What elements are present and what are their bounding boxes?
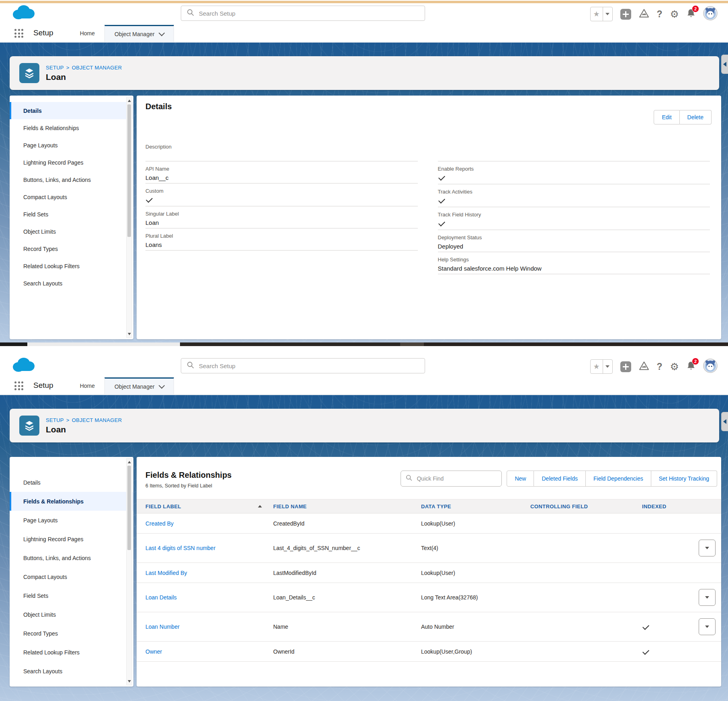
scroll-down-arrow-icon[interactable] (127, 331, 132, 337)
global-search-box (181, 358, 425, 373)
sidebar-item-related-lookup-filters[interactable]: Related Lookup Filters (10, 257, 133, 275)
favorite-star-icon[interactable]: ★ (591, 360, 603, 373)
page-background: SETUP>OBJECT MANAGER Loan Details Fields… (0, 395, 728, 701)
field-link[interactable]: Last Modified By (145, 570, 187, 576)
setup-gear-icon[interactable]: ⚙ (670, 362, 679, 372)
help-icon[interactable]: ? (657, 9, 663, 20)
checkmark-icon (146, 196, 153, 203)
column-data-type[interactable]: DATA TYPE (421, 503, 530, 509)
set-history-tracking-button[interactable]: Set History Tracking (651, 471, 717, 487)
breadcrumb-setup-link[interactable]: SETUP (46, 65, 64, 71)
delete-button[interactable]: Delete (680, 110, 712, 124)
setup-search-input[interactable] (198, 362, 419, 370)
quick-find-box (401, 471, 502, 487)
object-header-card: SETUP>OBJECT MANAGER Loan (10, 56, 719, 90)
setup-gear-icon[interactable]: ⚙ (670, 9, 679, 19)
column-controlling-field[interactable]: CONTROLLING FIELD (530, 503, 642, 509)
sidebar-item-search-layouts[interactable]: Search Layouts (10, 662, 133, 681)
field-empty (438, 143, 710, 161)
sidebar-item-page-layouts[interactable]: Page Layouts (10, 511, 133, 530)
screenshot-fields-relationships: ★ ? ⚙ 2 Setup Home (0, 353, 728, 701)
sidebar-item-search-layouts[interactable]: Search Layouts (10, 275, 133, 292)
global-header: ★ ? ⚙ 2 (0, 3, 728, 25)
sidebar-item-object-limits[interactable]: Object Limits (10, 223, 133, 240)
user-avatar[interactable] (703, 6, 718, 22)
sidebar-item-related-lookup-filters[interactable]: Related Lookup Filters (10, 643, 133, 662)
tab-object-manager[interactable]: Object Manager (104, 377, 174, 394)
caret-down-icon (705, 626, 709, 628)
sidebar-item-lightning-record-pages[interactable]: Lightning Record Pages (10, 154, 133, 171)
column-indexed[interactable]: INDEXED (642, 503, 698, 509)
favorite-star-icon[interactable]: ★ (591, 7, 603, 21)
tab-object-manager[interactable]: Object Manager (104, 25, 174, 42)
caret-down-icon (705, 547, 709, 549)
favorites-dropdown-icon[interactable] (603, 360, 612, 373)
field-link[interactable]: Last 4 digits of SSN number (145, 545, 215, 551)
notifications-bell-icon[interactable]: 2 (687, 8, 695, 20)
setup-search-input[interactable] (198, 10, 419, 17)
breadcrumb-object-manager-link[interactable]: OBJECT MANAGER (72, 65, 122, 71)
guidance-center-icon[interactable] (639, 361, 649, 372)
app-launcher-icon[interactable] (14, 381, 24, 391)
sidebar-item-buttons-links-actions[interactable]: Buttons, Links, and Actions (10, 548, 133, 567)
field-link[interactable]: Loan Details (145, 594, 177, 601)
object-manager-sidebar: Details Fields & Relationships Page Layo… (10, 457, 133, 687)
deleted-fields-button[interactable]: Deleted Fields (534, 471, 586, 487)
scroll-down-arrow-icon[interactable] (127, 678, 132, 685)
sidebar-item-compact-layouts[interactable]: Compact Layouts (10, 188, 133, 206)
checkmark-icon (438, 174, 445, 181)
sidebar-item-details[interactable]: Details (10, 102, 133, 119)
favorites-dropdown-icon[interactable] (603, 7, 612, 21)
user-avatar[interactable] (703, 359, 718, 375)
screenshot-divider (0, 342, 728, 346)
collapse-panel-tab[interactable] (721, 412, 728, 431)
sidebar-item-object-limits[interactable]: Object Limits (10, 605, 133, 624)
guidance-center-icon[interactable] (639, 8, 649, 20)
breadcrumb-object-manager-link[interactable]: OBJECT MANAGER (72, 417, 122, 423)
sidebar-item-field-sets[interactable]: Field Sets (10, 206, 133, 223)
field-dependencies-button[interactable]: Field Dependencies (586, 471, 651, 487)
sidebar-item-buttons-links-actions[interactable]: Buttons, Links, and Actions (10, 171, 133, 188)
sidebar-item-compact-layouts[interactable]: Compact Layouts (10, 567, 133, 586)
sidebar-item-lightning-record-pages[interactable]: Lightning Record Pages (10, 530, 133, 548)
sidebar-item-record-types[interactable]: Record Types (10, 624, 133, 643)
field-link[interactable]: Loan Number (145, 624, 180, 630)
scrollbar-thumb[interactable] (127, 104, 131, 237)
breadcrumb-setup-link[interactable]: SETUP (46, 417, 64, 423)
sidebar-item-fields-relationships[interactable]: Fields & Relationships (10, 492, 133, 511)
field-api-name: API Name Loan__c (145, 165, 418, 183)
scroll-up-arrow-icon[interactable] (127, 459, 132, 465)
row-actions-menu-button[interactable] (699, 540, 716, 556)
field-link[interactable]: Created By (145, 520, 174, 527)
quick-find-input[interactable] (416, 475, 497, 482)
sidebar-item-record-types[interactable]: Record Types (10, 240, 133, 257)
salesforce-logo-icon (10, 356, 37, 376)
sidebar-item-page-layouts[interactable]: Page Layouts (10, 137, 133, 154)
table-row-loan-number: Loan Number Name Auto Number (137, 612, 721, 642)
checkmark-icon (438, 197, 445, 204)
tab-home[interactable]: Home (70, 25, 104, 42)
row-actions-menu-button[interactable] (699, 618, 716, 635)
column-field-name[interactable]: FIELD NAME (273, 503, 421, 509)
field-link[interactable]: Owner (145, 648, 162, 655)
app-launcher-icon[interactable] (14, 29, 24, 38)
quick-create-icon[interactable] (620, 361, 631, 372)
tab-home[interactable]: Home (70, 377, 104, 394)
table-row-created-by: Created By CreatedById Lookup(User) (137, 514, 721, 534)
column-field-label[interactable]: FIELD LABEL (145, 503, 273, 509)
global-header: ★ ? ⚙ 2 (0, 356, 728, 377)
quick-create-icon[interactable] (620, 9, 631, 20)
details-panel: Details Edit Delete Description API Name (137, 96, 721, 339)
edit-button[interactable]: Edit (654, 110, 679, 124)
scroll-up-arrow-icon[interactable] (127, 98, 132, 104)
help-icon[interactable]: ? (657, 361, 663, 372)
row-actions-menu-button[interactable] (699, 589, 716, 606)
new-field-button[interactable]: New (507, 471, 534, 487)
scrollbar-thumb[interactable] (127, 466, 131, 550)
collapse-panel-tab[interactable] (721, 55, 728, 74)
sidebar-item-fields-relationships[interactable]: Fields & Relationships (10, 119, 133, 137)
notifications-bell-icon[interactable]: 2 (687, 361, 695, 372)
sidebar-item-details[interactable]: Details (10, 473, 133, 492)
indexed-check-icon (642, 623, 649, 630)
sidebar-item-field-sets[interactable]: Field Sets (10, 586, 133, 605)
